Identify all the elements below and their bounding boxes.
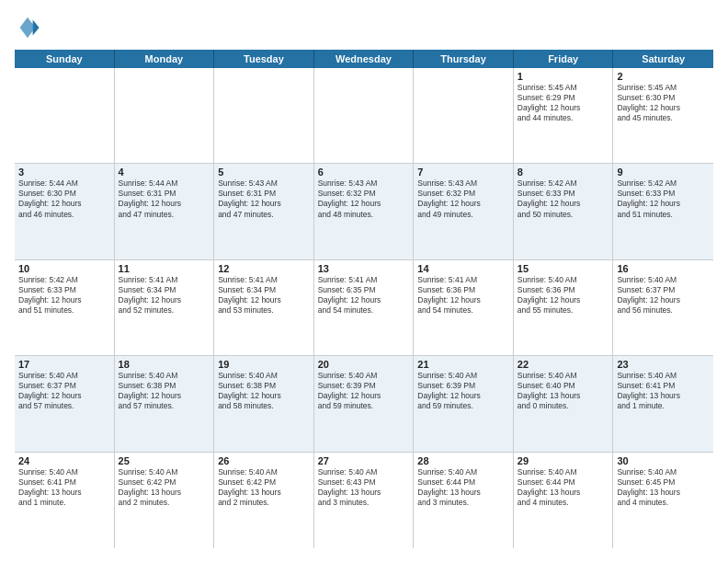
calendar-cell-r1-c4: 7Sunrise: 5:43 AM Sunset: 6:32 PM Daylig… [414,164,514,259]
day-info: Sunrise: 5:40 AM Sunset: 6:45 PM Dayligh… [617,467,710,508]
calendar-cell-r1-c6: 9Sunrise: 5:42 AM Sunset: 6:33 PM Daylig… [613,164,713,259]
weekday-monday: Monday [115,50,215,68]
day-number: 28 [417,455,509,466]
calendar-cell-r0-c3 [314,68,415,163]
day-info: Sunrise: 5:44 AM Sunset: 6:30 PM Dayligh… [18,178,110,219]
day-info: Sunrise: 5:41 AM Sunset: 6:36 PM Dayligh… [417,275,509,316]
day-number: 25 [119,455,210,466]
calendar-cell-r4-c5: 29Sunrise: 5:40 AM Sunset: 6:44 PM Dayli… [514,453,614,548]
day-number: 16 [617,263,710,274]
day-number: 6 [318,167,410,178]
day-info: Sunrise: 5:45 AM Sunset: 6:29 PM Dayligh… [518,83,609,123]
day-info: Sunrise: 5:40 AM Sunset: 6:37 PM Dayligh… [18,371,110,411]
day-number: 8 [518,167,609,178]
calendar-row-2: 10Sunrise: 5:42 AM Sunset: 6:33 PM Dayli… [15,260,713,356]
logo-icon [15,15,40,40]
calendar-cell-r1-c3: 6Sunrise: 5:43 AM Sunset: 6:32 PM Daylig… [314,164,415,259]
calendar-cell-r3-c4: 21Sunrise: 5:40 AM Sunset: 6:39 PM Dayli… [414,356,514,451]
calendar-cell-r3-c0: 17Sunrise: 5:40 AM Sunset: 6:37 PM Dayli… [15,356,115,451]
calendar-header: Sunday Monday Tuesday Wednesday Thursday… [15,50,713,68]
calendar-cell-r0-c1 [115,68,215,163]
day-info: Sunrise: 5:40 AM Sunset: 6:39 PM Dayligh… [417,371,509,411]
calendar-cell-r4-c0: 24Sunrise: 5:40 AM Sunset: 6:41 PM Dayli… [15,453,115,548]
header [15,15,713,40]
calendar-cell-r0-c2 [214,68,314,163]
day-number: 23 [617,359,710,370]
weekday-sunday: Sunday [15,50,115,68]
day-info: Sunrise: 5:41 AM Sunset: 6:34 PM Dayligh… [218,275,310,316]
day-number: 1 [518,71,609,82]
calendar-cell-r3-c1: 18Sunrise: 5:40 AM Sunset: 6:38 PM Dayli… [115,356,215,451]
calendar-row-0: 1Sunrise: 5:45 AM Sunset: 6:29 PM Daylig… [15,68,713,164]
calendar-cell-r3-c6: 23Sunrise: 5:40 AM Sunset: 6:41 PM Dayli… [613,356,713,451]
day-info: Sunrise: 5:42 AM Sunset: 6:33 PM Dayligh… [518,178,609,219]
day-info: Sunrise: 5:40 AM Sunset: 6:38 PM Dayligh… [218,371,310,411]
day-number: 14 [417,263,509,274]
day-number: 5 [218,167,310,178]
calendar-cell-r2-c1: 11Sunrise: 5:41 AM Sunset: 6:34 PM Dayli… [115,260,215,355]
weekday-friday: Friday [514,50,614,68]
day-info: Sunrise: 5:42 AM Sunset: 6:33 PM Dayligh… [18,275,110,316]
day-info: Sunrise: 5:45 AM Sunset: 6:30 PM Dayligh… [617,83,710,123]
calendar-cell-r4-c2: 26Sunrise: 5:40 AM Sunset: 6:42 PM Dayli… [214,453,314,548]
day-info: Sunrise: 5:43 AM Sunset: 6:31 PM Dayligh… [218,178,310,219]
calendar-cell-r0-c0 [15,68,115,163]
calendar-cell-r2-c0: 10Sunrise: 5:42 AM Sunset: 6:33 PM Dayli… [15,260,115,355]
day-info: Sunrise: 5:42 AM Sunset: 6:33 PM Dayligh… [617,178,710,219]
day-number: 9 [617,167,710,178]
day-info: Sunrise: 5:40 AM Sunset: 6:43 PM Dayligh… [318,467,410,508]
day-info: Sunrise: 5:40 AM Sunset: 6:38 PM Dayligh… [119,371,210,411]
calendar-cell-r2-c6: 16Sunrise: 5:40 AM Sunset: 6:37 PM Dayli… [613,260,713,355]
day-number: 30 [617,455,710,466]
day-info: Sunrise: 5:40 AM Sunset: 6:40 PM Dayligh… [518,371,609,411]
day-info: Sunrise: 5:40 AM Sunset: 6:44 PM Dayligh… [518,467,609,508]
calendar-cell-r3-c3: 20Sunrise: 5:40 AM Sunset: 6:39 PM Dayli… [314,356,415,451]
day-info: Sunrise: 5:40 AM Sunset: 6:41 PM Dayligh… [18,467,110,508]
calendar-cell-r1-c5: 8Sunrise: 5:42 AM Sunset: 6:33 PM Daylig… [514,164,614,259]
day-number: 19 [218,359,310,370]
calendar-cell-r4-c6: 30Sunrise: 5:40 AM Sunset: 6:45 PM Dayli… [613,453,713,548]
calendar-cell-r3-c5: 22Sunrise: 5:40 AM Sunset: 6:40 PM Dayli… [514,356,614,451]
day-number: 13 [318,263,410,274]
day-number: 20 [318,359,410,370]
weekday-thursday: Thursday [414,50,514,68]
day-number: 18 [119,359,210,370]
logo [15,15,44,40]
page: Sunday Monday Tuesday Wednesday Thursday… [0,0,728,563]
day-number: 21 [417,359,509,370]
day-number: 26 [218,455,310,466]
calendar-cell-r0-c6: 2Sunrise: 5:45 AM Sunset: 6:30 PM Daylig… [613,68,713,163]
day-number: 11 [119,263,210,274]
day-info: Sunrise: 5:41 AM Sunset: 6:35 PM Dayligh… [318,275,410,316]
day-number: 12 [218,263,310,274]
day-number: 17 [18,359,110,370]
calendar: Sunday Monday Tuesday Wednesday Thursday… [15,50,713,548]
day-number: 2 [617,71,710,82]
calendar-row-3: 17Sunrise: 5:40 AM Sunset: 6:37 PM Dayli… [15,356,713,452]
calendar-cell-r4-c4: 28Sunrise: 5:40 AM Sunset: 6:44 PM Dayli… [414,453,514,548]
calendar-cell-r4-c3: 27Sunrise: 5:40 AM Sunset: 6:43 PM Dayli… [314,453,415,548]
weekday-wednesday: Wednesday [314,50,415,68]
calendar-cell-r2-c3: 13Sunrise: 5:41 AM Sunset: 6:35 PM Dayli… [314,260,415,355]
day-number: 3 [18,167,110,178]
day-number: 29 [518,455,609,466]
day-info: Sunrise: 5:44 AM Sunset: 6:31 PM Dayligh… [119,178,210,219]
day-info: Sunrise: 5:40 AM Sunset: 6:44 PM Dayligh… [417,467,509,508]
calendar-cell-r2-c4: 14Sunrise: 5:41 AM Sunset: 6:36 PM Dayli… [414,260,514,355]
day-number: 15 [518,263,609,274]
calendar-row-4: 24Sunrise: 5:40 AM Sunset: 6:41 PM Dayli… [15,453,713,548]
day-info: Sunrise: 5:43 AM Sunset: 6:32 PM Dayligh… [318,178,410,219]
day-number: 22 [518,359,609,370]
day-info: Sunrise: 5:40 AM Sunset: 6:39 PM Dayligh… [318,371,410,411]
day-info: Sunrise: 5:40 AM Sunset: 6:42 PM Dayligh… [119,467,210,508]
calendar-cell-r1-c2: 5Sunrise: 5:43 AM Sunset: 6:31 PM Daylig… [214,164,314,259]
calendar-body: 1Sunrise: 5:45 AM Sunset: 6:29 PM Daylig… [15,68,713,548]
calendar-cell-r0-c5: 1Sunrise: 5:45 AM Sunset: 6:29 PM Daylig… [514,68,614,163]
day-number: 24 [18,455,110,466]
calendar-cell-r4-c1: 25Sunrise: 5:40 AM Sunset: 6:42 PM Dayli… [115,453,215,548]
calendar-cell-r1-c0: 3Sunrise: 5:44 AM Sunset: 6:30 PM Daylig… [15,164,115,259]
weekday-saturday: Saturday [613,50,713,68]
calendar-cell-r3-c2: 19Sunrise: 5:40 AM Sunset: 6:38 PM Dayli… [214,356,314,451]
day-number: 4 [119,167,210,178]
day-info: Sunrise: 5:40 AM Sunset: 6:37 PM Dayligh… [617,275,710,316]
